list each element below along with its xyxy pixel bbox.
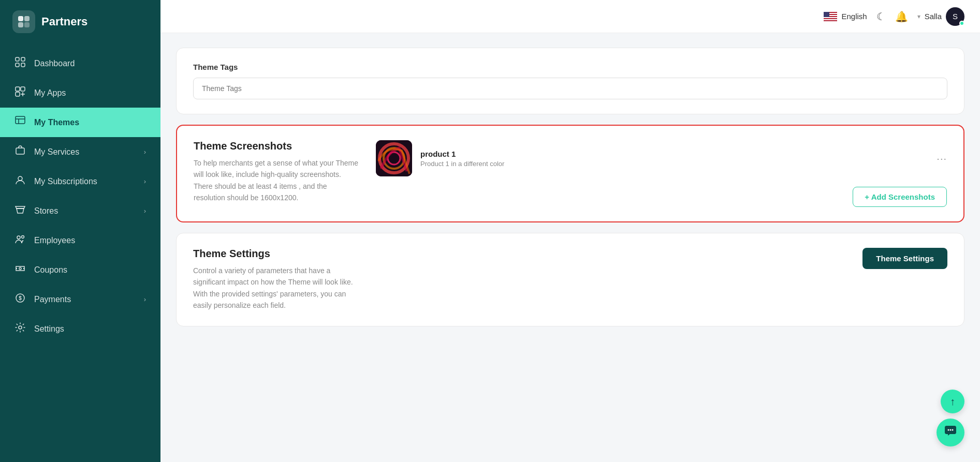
flag-icon bbox=[824, 12, 837, 21]
employees-icon bbox=[14, 234, 26, 247]
up-arrow-icon: ↑ bbox=[950, 396, 955, 408]
sidebar-item-label: My Apps bbox=[34, 88, 66, 98]
screenshots-title: Theme Screenshots bbox=[194, 140, 359, 152]
svg-rect-6 bbox=[16, 63, 19, 67]
online-indicator bbox=[959, 21, 964, 26]
settings-title: Theme Settings bbox=[193, 248, 359, 260]
sidebar-item-stores[interactable]: Stores › bbox=[0, 196, 160, 226]
dark-mode-icon[interactable]: ☾ bbox=[876, 10, 886, 23]
my-themes-icon bbox=[14, 116, 26, 129]
chat-icon bbox=[944, 424, 957, 441]
avatar: S bbox=[946, 7, 964, 26]
username-label: Salla bbox=[925, 12, 942, 21]
header: English ☾ 🔔 ▾ Salla S bbox=[160, 0, 980, 33]
svg-point-39 bbox=[952, 429, 954, 431]
settings-icon bbox=[14, 322, 26, 335]
sidebar-item-settings[interactable]: Settings bbox=[0, 314, 160, 344]
my-subscriptions-icon bbox=[14, 175, 26, 188]
chevron-right-icon: › bbox=[144, 177, 146, 185]
main-content: English ☾ 🔔 ▾ Salla S Theme Tags Theme S… bbox=[160, 0, 980, 462]
chat-button[interactable] bbox=[937, 419, 964, 446]
svg-text:$: $ bbox=[19, 295, 22, 301]
chevron-right-icon: › bbox=[144, 148, 146, 156]
svg-point-20 bbox=[19, 267, 21, 270]
screenshot-more-icon[interactable]: ··· bbox=[937, 153, 947, 165]
dashboard-icon bbox=[14, 57, 26, 70]
svg-rect-2 bbox=[18, 22, 23, 27]
my-services-icon bbox=[14, 145, 26, 158]
my-apps-icon bbox=[14, 86, 26, 99]
sidebar-item-payments[interactable]: $ Payments › bbox=[0, 285, 160, 314]
notifications-icon[interactable]: 🔔 bbox=[895, 10, 908, 23]
sidebar: Partners Dashboard bbox=[0, 0, 160, 462]
sidebar-item-label: My Subscriptions bbox=[34, 177, 97, 186]
sidebar-item-label: Coupons bbox=[34, 265, 67, 275]
svg-point-19 bbox=[22, 236, 24, 239]
svg-rect-1 bbox=[24, 16, 30, 21]
sidebar-item-my-subscriptions[interactable]: My Subscriptions › bbox=[0, 167, 160, 196]
svg-rect-13 bbox=[16, 116, 25, 124]
sidebar-item-label: Payments bbox=[34, 295, 71, 304]
svg-rect-3 bbox=[24, 22, 30, 27]
settings-desc-text: Control a variety of parameters that hav… bbox=[193, 265, 359, 311]
theme-settings-button[interactable]: Theme Settings bbox=[862, 248, 947, 269]
screenshots-card: Theme Screenshots To help merchants get … bbox=[176, 125, 964, 222]
coupons-icon bbox=[14, 263, 26, 276]
screenshots-desc-text: To help merchants get a sense of what yo… bbox=[194, 157, 359, 204]
sidebar-item-label: Settings bbox=[34, 324, 64, 334]
screenshots-description: Theme Screenshots To help merchants get … bbox=[194, 140, 359, 204]
brand-name: Partners bbox=[41, 15, 87, 28]
screenshot-product-subtitle: Product 1 in a different color bbox=[420, 160, 928, 168]
sidebar-item-dashboard[interactable]: Dashboard bbox=[0, 49, 160, 78]
settings-right: Theme Settings bbox=[375, 248, 947, 269]
svg-rect-4 bbox=[16, 57, 19, 61]
sidebar-item-my-themes[interactable]: My Themes bbox=[0, 108, 160, 137]
svg-point-18 bbox=[17, 236, 20, 239]
chevron-right-icon: › bbox=[144, 207, 146, 215]
avatar-initial: S bbox=[953, 12, 958, 21]
screenshot-product-title: product 1 bbox=[420, 150, 928, 158]
theme-settings-card: Theme Settings Control a variety of para… bbox=[176, 233, 964, 326]
fab-container: ↑ bbox=[937, 390, 964, 446]
screenshot-thumbnail bbox=[376, 140, 412, 176]
language-label: English bbox=[841, 12, 867, 21]
scroll-to-top-button[interactable]: ↑ bbox=[941, 390, 964, 413]
sidebar-item-label: My Themes bbox=[34, 118, 79, 127]
theme-tags-card: Theme Tags bbox=[176, 48, 964, 114]
theme-tags-input[interactable] bbox=[193, 78, 947, 99]
screenshots-right: product 1 Product 1 in a different color… bbox=[376, 140, 947, 207]
sidebar-item-my-services[interactable]: My Services › bbox=[0, 137, 160, 167]
screenshot-item: product 1 Product 1 in a different color… bbox=[376, 140, 947, 176]
svg-rect-5 bbox=[21, 57, 25, 61]
sidebar-item-label: Employees bbox=[34, 236, 75, 245]
svg-rect-10 bbox=[16, 92, 20, 96]
chevron-right-icon: › bbox=[144, 295, 146, 303]
svg-rect-29 bbox=[824, 17, 837, 18]
user-menu[interactable]: ▾ Salla S bbox=[917, 7, 964, 26]
svg-rect-7 bbox=[21, 63, 25, 67]
add-screenshots-button[interactable]: + Add Screenshots bbox=[853, 187, 947, 207]
sidebar-item-my-apps[interactable]: My Apps bbox=[0, 78, 160, 108]
screenshots-layout: Theme Screenshots To help merchants get … bbox=[194, 140, 947, 207]
sidebar-header: Partners bbox=[0, 0, 160, 43]
svg-rect-16 bbox=[16, 148, 24, 154]
svg-rect-0 bbox=[18, 16, 23, 21]
sidebar-item-employees[interactable]: Employees bbox=[0, 226, 160, 255]
sidebar-item-label: Stores bbox=[34, 206, 58, 216]
sidebar-item-coupons[interactable]: Coupons bbox=[0, 255, 160, 285]
settings-description: Theme Settings Control a variety of para… bbox=[193, 248, 359, 311]
svg-point-37 bbox=[948, 429, 949, 431]
sidebar-item-label: Dashboard bbox=[34, 59, 75, 68]
stores-icon bbox=[14, 204, 26, 217]
svg-point-17 bbox=[18, 176, 22, 181]
svg-point-25 bbox=[19, 326, 22, 329]
svg-point-38 bbox=[950, 429, 952, 431]
svg-rect-31 bbox=[824, 12, 829, 17]
chevron-down-icon: ▾ bbox=[917, 13, 920, 20]
theme-tags-label: Theme Tags bbox=[193, 63, 947, 71]
sidebar-item-label: My Services bbox=[34, 147, 79, 157]
svg-rect-8 bbox=[16, 87, 20, 91]
language-selector[interactable]: English bbox=[824, 12, 867, 21]
sidebar-nav: Dashboard My Apps bbox=[0, 43, 160, 462]
screenshot-info: product 1 Product 1 in a different color bbox=[420, 150, 928, 168]
